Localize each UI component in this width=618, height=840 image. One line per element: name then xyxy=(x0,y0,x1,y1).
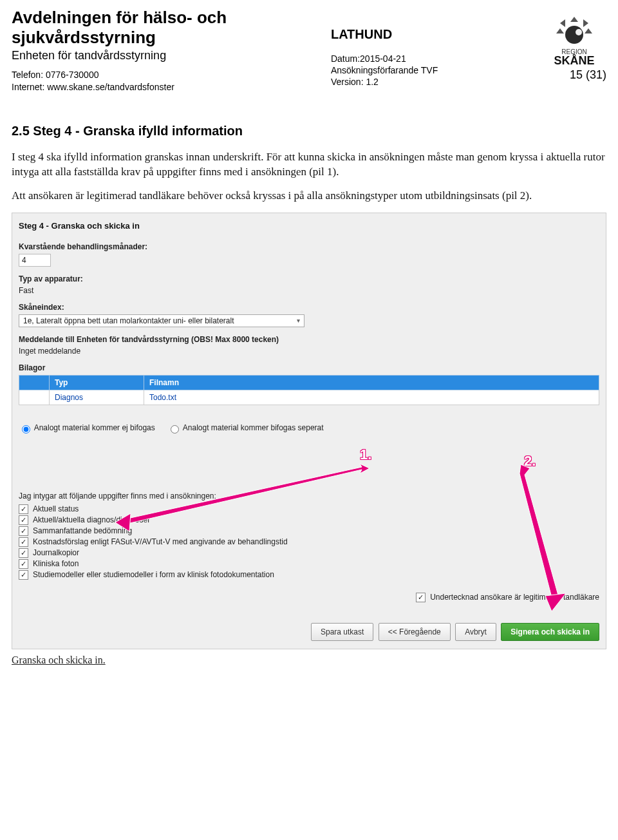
org-title-line2: sjukvårdsstyrning xyxy=(12,28,156,47)
arrow-icon-2 xyxy=(482,464,566,613)
checkbox-icon: ✓ xyxy=(19,570,28,580)
phone-line: Telefon: 0776-730000 xyxy=(12,69,227,81)
meddelande-label: Meddelande till Enheten för tandvårdssty… xyxy=(19,335,599,344)
paragraph-2: Att ansökaren är legitimerad tandläkare … xyxy=(12,189,606,204)
previous-button[interactable]: << Föregående xyxy=(379,623,451,641)
checkbox-icon: ✓ xyxy=(19,526,28,536)
table-row: Diagnos Todo.txt xyxy=(19,390,599,405)
kvar-label: Kvarstående behandlingsmånader: xyxy=(19,242,599,251)
page-number: 15 (31) xyxy=(542,68,606,82)
org-title-line1: Avdelningen för hälso- och xyxy=(12,8,227,27)
checkbox-icon: ✓ xyxy=(19,515,28,525)
meddelande-value: Inget meddelande xyxy=(19,347,599,356)
bilagor-label: Bilagor xyxy=(19,363,599,372)
kvar-value-field[interactable]: 4 xyxy=(19,254,51,267)
arrow-icon-1 xyxy=(115,461,373,531)
bilagor-col-spacer xyxy=(19,375,50,390)
callouts: 1. 2. xyxy=(19,446,599,492)
svg-marker-5 xyxy=(115,513,131,531)
typ-value: Fast xyxy=(19,286,599,295)
button-bar: Spara utkast << Föregående Avbryt Signer… xyxy=(19,618,599,641)
radio-bifogas-separat-input[interactable] xyxy=(171,425,179,434)
svg-marker-7 xyxy=(545,593,566,611)
analog-material-radios: Analogt material kommer ej bifogas Analo… xyxy=(19,423,599,434)
bilagor-cell-typ[interactable]: Diagnos xyxy=(50,390,144,405)
chevron-down-icon: ▾ xyxy=(297,317,300,324)
checkbox-icon: ✓ xyxy=(416,593,426,602)
contact-info: Telefon: 0776-730000 Internet: www.skane… xyxy=(12,69,227,92)
svg-marker-6 xyxy=(520,464,559,602)
bilagor-cell-filnamn[interactable]: Todo.txt xyxy=(144,390,599,405)
typ-label: Typ av apparatur: xyxy=(19,274,599,283)
checkbox-icon: ✓ xyxy=(19,504,28,514)
index-select-value: 1e, Lateralt öppna bett utan molarkontak… xyxy=(23,316,234,325)
check-label: Kliniska foton xyxy=(33,559,79,568)
doc-type: LATHUND xyxy=(331,26,438,43)
index-select[interactable]: 1e, Lateralt öppna bett utan molarkontak… xyxy=(19,314,304,327)
check-label: Aktuell status xyxy=(33,504,79,513)
check-label: Studiemodeller eller studiemodeller i fo… xyxy=(33,570,274,579)
radio-ej-bifogas[interactable]: Analogt material kommer ej bifogas xyxy=(19,423,157,432)
sign-and-submit-button[interactable]: Signera och skicka in xyxy=(501,623,599,641)
radio-bifogas-separat[interactable]: Analogt material kommer bifogas seperat xyxy=(167,423,323,432)
bilagor-col-typ: Typ xyxy=(50,375,144,390)
document-header: Avdelningen för hälso- och sjukvårdsstyr… xyxy=(12,8,606,93)
radio-ej-bifogas-label: Analogt material kommer ej bifogas xyxy=(34,423,155,432)
pane-title: Steg 4 - Granska och skicka in xyxy=(12,217,606,234)
header-middle: LATHUND Datum:2015-04-21 Ansökningsförfa… xyxy=(331,8,438,88)
check-label: Journalkopior xyxy=(33,548,79,557)
header-right: REGION SKÅNE 15 (31) xyxy=(542,8,606,82)
bilagor-table: Typ Filnamn Diagnos Todo.txt xyxy=(19,375,599,405)
svg-text:SKÅNE: SKÅNE xyxy=(554,54,594,66)
bilagor-col-filnamn: Filnamn xyxy=(144,375,599,390)
checkbox-icon: ✓ xyxy=(19,559,28,569)
svg-marker-4 xyxy=(122,464,370,525)
org-subtitle: Enheten för tandvårdsstyrning xyxy=(12,49,227,62)
footer-note: Granska och skicka in. xyxy=(12,654,606,666)
svg-point-1 xyxy=(576,29,582,35)
header-left: Avdelningen för hälso- och sjukvårdsstyr… xyxy=(12,8,227,93)
bilagor-cell-spacer xyxy=(19,390,50,405)
radio-ej-bifogas-input[interactable] xyxy=(22,425,30,434)
section-heading: 2.5 Steg 4 - Granska ifylld information xyxy=(12,124,606,138)
radio-bifogas-separat-label: Analogt material kommer bifogas seperat xyxy=(183,423,324,432)
checkbox-icon: ✓ xyxy=(19,548,28,558)
region-skane-logo: REGION SKÅNE xyxy=(542,14,606,66)
app-screenshot-pane: Steg 4 - Granska och skicka in Kvarståen… xyxy=(12,213,606,649)
version-line: Version: 1.2 xyxy=(331,76,438,88)
checkbox-icon: ✓ xyxy=(19,537,28,547)
index-label: Skåneindex: xyxy=(19,303,599,312)
cancel-button[interactable]: Avbryt xyxy=(455,623,496,641)
org-title: Avdelningen för hälso- och sjukvårdsstyr… xyxy=(12,8,227,48)
save-draft-button[interactable]: Spara utkast xyxy=(311,623,373,641)
date-line: Datum:2015-04-21 xyxy=(331,53,438,64)
ref-line: Ansökningsförfarande TVF xyxy=(331,64,438,76)
paragraph-1: I steg 4 ska ifylld information granskas… xyxy=(12,150,606,180)
internet-line: Internet: www.skane.se/tandvardsfonster xyxy=(12,81,227,93)
check-label: Kostnadsförslag enligt FASut-V/AVTut-V m… xyxy=(33,537,288,546)
